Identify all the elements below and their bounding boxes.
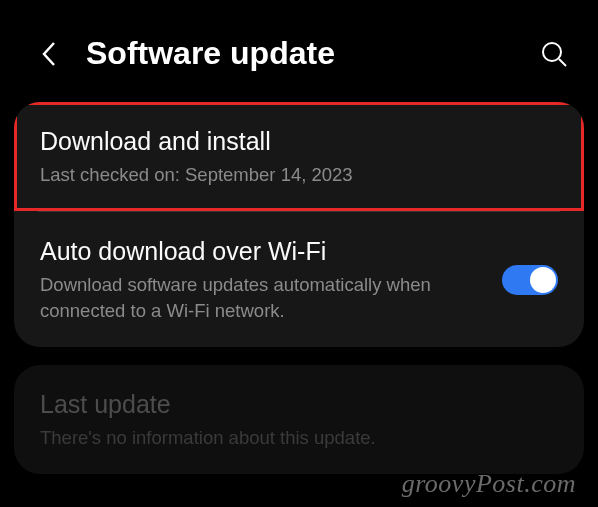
last-update-subtitle: There's no information about this update… xyxy=(40,425,558,451)
page-title: Software update xyxy=(86,35,540,72)
download-install-subtitle: Last checked on: September 14, 2023 xyxy=(40,162,558,188)
download-install-title: Download and install xyxy=(40,127,558,156)
last-update-item[interactable]: Last update There's no information about… xyxy=(14,365,584,474)
last-update-card: Last update There's no information about… xyxy=(14,365,584,474)
watermark: groovyPost.com xyxy=(402,469,576,499)
auto-download-text: Auto download over Wi-Fi Download softwa… xyxy=(40,237,482,324)
auto-download-subtitle: Download software updates automatically … xyxy=(40,272,482,324)
svg-line-1 xyxy=(559,59,566,66)
settings-card: Download and install Last checked on: Se… xyxy=(14,102,584,347)
search-icon[interactable] xyxy=(540,40,568,68)
download-install-item[interactable]: Download and install Last checked on: Se… xyxy=(14,102,584,211)
header: Software update xyxy=(0,0,598,102)
svg-point-0 xyxy=(543,43,561,61)
back-icon[interactable] xyxy=(40,39,58,69)
toggle-thumb xyxy=(530,267,556,293)
last-update-title: Last update xyxy=(40,390,558,419)
auto-download-toggle[interactable] xyxy=(502,265,558,295)
auto-download-title: Auto download over Wi-Fi xyxy=(40,237,482,266)
auto-download-item[interactable]: Auto download over Wi-Fi Download softwa… xyxy=(14,212,584,347)
